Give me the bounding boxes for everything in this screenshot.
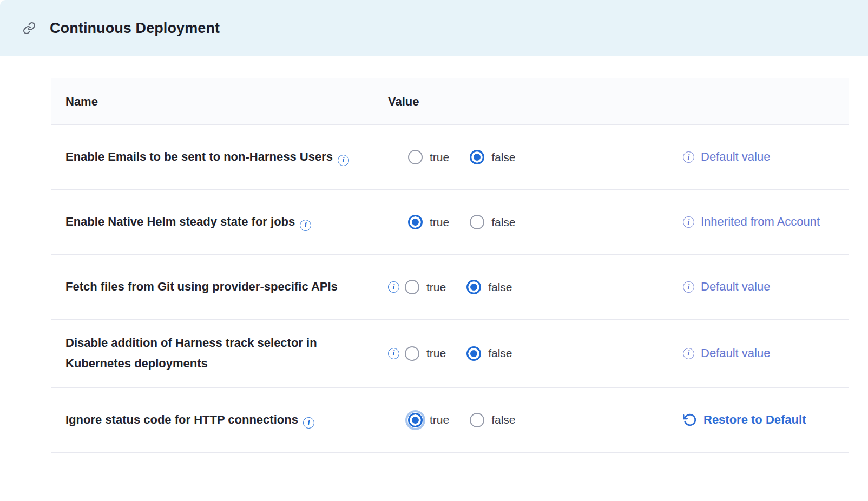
- radio-false-label[interactable]: false: [488, 347, 512, 360]
- radio-false[interactable]: [466, 280, 481, 294]
- table-row: Fetch files from Git using provider-spec…: [51, 255, 849, 320]
- table-header-row: Name Value: [51, 78, 849, 125]
- setting-name: Enable Native Helm steady state for jobs: [65, 215, 295, 228]
- table-row: Ignore status code for HTTP connections …: [51, 388, 849, 453]
- restore-to-default-link[interactable]: Restore to Default: [703, 411, 806, 429]
- setting-name-cell: Ignore status code for HTTP connections: [65, 410, 388, 430]
- default-value-link[interactable]: Default value: [701, 344, 770, 362]
- radio-false-label[interactable]: false: [491, 151, 515, 164]
- radio-true-label[interactable]: true: [430, 151, 449, 164]
- setting-value-cell: true false: [388, 280, 675, 294]
- radio-false[interactable]: [466, 346, 481, 361]
- setting-value-cell: true false: [388, 215, 675, 229]
- info-icon[interactable]: [303, 417, 314, 429]
- radio-true-label[interactable]: true: [426, 347, 446, 360]
- radio-false-label[interactable]: false: [491, 413, 515, 426]
- radio-true-label[interactable]: true: [430, 413, 449, 426]
- info-icon[interactable]: [683, 151, 694, 163]
- table-row: Disable addition of Harness track select…: [51, 320, 849, 388]
- column-header-value: Value: [388, 95, 675, 109]
- info-icon[interactable]: [300, 220, 311, 231]
- setting-name: Ignore status code for HTTP connections: [65, 413, 298, 426]
- link-icon[interactable]: [23, 22, 36, 35]
- section-header: Continuous Deployment: [0, 0, 868, 56]
- setting-status-cell: Default value: [675, 278, 834, 296]
- radio-false[interactable]: [470, 413, 484, 427]
- radio-false[interactable]: [470, 150, 484, 164]
- info-icon[interactable]: [683, 216, 694, 228]
- setting-status-cell: Restore to Default: [675, 411, 834, 429]
- radio-true[interactable]: [408, 150, 423, 164]
- settings-table: Name Value Enable Emails to be sent to n…: [51, 78, 849, 453]
- table-row: Enable Emails to be sent to non-Harness …: [51, 125, 849, 190]
- setting-status-cell: Default value: [675, 148, 834, 166]
- setting-name-cell: Disable addition of Harness track select…: [65, 333, 388, 374]
- setting-value-cell: true false: [388, 150, 675, 164]
- page-title: Continuous Deployment: [50, 20, 220, 37]
- setting-name: Disable addition of Harness track select…: [65, 336, 317, 370]
- info-icon[interactable]: [683, 281, 694, 293]
- info-icon[interactable]: [388, 281, 399, 293]
- radio-false-label[interactable]: false: [491, 216, 515, 229]
- radio-true[interactable]: [408, 413, 423, 427]
- radio-false[interactable]: [470, 215, 484, 229]
- table-row: Enable Native Helm steady state for jobs…: [51, 190, 849, 255]
- radio-true[interactable]: [405, 280, 419, 294]
- setting-name: Enable Emails to be sent to non-Harness …: [65, 150, 333, 163]
- setting-value-cell: true false: [388, 413, 675, 427]
- radio-false-label[interactable]: false: [488, 281, 512, 294]
- setting-name: Fetch files from Git using provider-spec…: [65, 280, 338, 293]
- setting-status-cell: Default value: [675, 344, 834, 362]
- setting-status-cell: Inherited from Account: [675, 213, 834, 231]
- setting-name-cell: Enable Native Helm steady state for jobs: [65, 212, 388, 232]
- inherited-from-account-link[interactable]: Inherited from Account: [701, 213, 820, 231]
- default-value-link[interactable]: Default value: [701, 278, 770, 296]
- radio-true-label[interactable]: true: [426, 281, 446, 294]
- info-icon[interactable]: [338, 155, 349, 166]
- info-icon[interactable]: [388, 348, 399, 359]
- setting-name-cell: Fetch files from Git using provider-spec…: [65, 276, 388, 297]
- default-value-link[interactable]: Default value: [701, 148, 770, 166]
- radio-true[interactable]: [408, 215, 423, 229]
- radio-true-label[interactable]: true: [430, 216, 449, 229]
- setting-name-cell: Enable Emails to be sent to non-Harness …: [65, 147, 388, 167]
- column-header-name: Name: [65, 95, 388, 109]
- radio-true[interactable]: [405, 346, 419, 361]
- restore-icon[interactable]: [683, 413, 697, 427]
- info-icon[interactable]: [683, 348, 694, 359]
- setting-value-cell: true false: [388, 346, 675, 361]
